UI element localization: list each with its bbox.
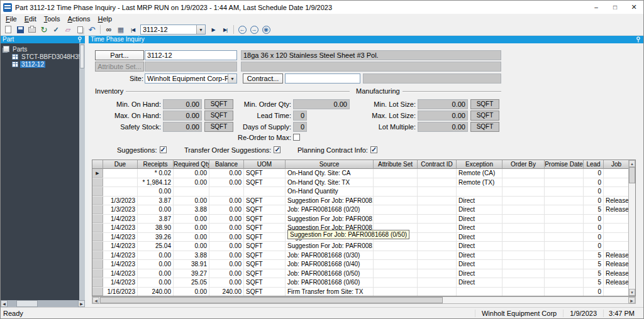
scroll-right-icon[interactable]: ▶ <box>78 300 85 307</box>
first-record-icon: |◀ <box>131 26 135 33</box>
new-button[interactable] <box>3 24 14 35</box>
scroll-right-icon[interactable]: ▶ <box>628 297 635 303</box>
save-button[interactable] <box>14 24 26 35</box>
row-selector[interactable] <box>92 224 103 232</box>
reorder-to-max-checkbox[interactable] <box>293 134 300 141</box>
scrollbar-track[interactable] <box>99 297 628 303</box>
table-row[interactable]: 1/4/20230.0039.270.00SQFTJob: PAFR008166… <box>92 269 628 279</box>
site-dropdown-icon[interactable]: ▼ <box>228 74 236 83</box>
tree-item-3112-12[interactable]: 3112-12 <box>1 60 79 68</box>
maximize-button[interactable]: □ <box>606 1 625 14</box>
planning-contract-info-checkbox[interactable] <box>370 146 377 153</box>
forward-button[interactable]: → <box>248 24 260 35</box>
table-row[interactable]: ▶* 0.020.000.00SQFTOn-Hand Qty. Site: CA… <box>92 169 628 178</box>
menu-actions[interactable]: Actions <box>64 14 94 24</box>
grid-cell: 5 <box>584 205 604 214</box>
suggestions-checkbox[interactable] <box>160 146 167 153</box>
row-selector[interactable] <box>92 260 103 269</box>
back-button[interactable]: ← <box>236 24 248 35</box>
contract-button[interactable]: Contract... <box>243 73 283 84</box>
grid-cell: 0 <box>584 178 604 187</box>
first-record-button[interactable]: |◀ <box>127 24 138 35</box>
transfer-order-suggestions-checkbox[interactable] <box>274 146 280 153</box>
menu-help[interactable]: Help <box>94 14 116 24</box>
browse-button[interactable]: ▦ <box>115 24 126 35</box>
row-selector[interactable] <box>92 178 103 187</box>
tree-item-stct-bbfd3048h35-a[interactable]: STCT-BBFD3048H35-A <box>1 53 79 60</box>
row-selector[interactable] <box>92 215 103 224</box>
table-row[interactable]: * 1,984.120.000.00SQFTOn-Hand Qty. Site:… <box>92 178 628 188</box>
print-button[interactable] <box>26 24 38 35</box>
scrollbar-thumb[interactable] <box>16 300 38 307</box>
grid-cell: 25.04 <box>138 242 174 251</box>
attribute-set-button[interactable]: Attribute Set... <box>95 62 144 72</box>
scroll-left-icon[interactable]: ◀ <box>92 297 99 303</box>
clear-button[interactable]: ▱ <box>62 24 74 35</box>
scroll-left-icon[interactable]: ◀ <box>1 300 8 307</box>
stop-button[interactable]: ◉ <box>260 24 272 35</box>
scrollbar-thumb[interactable] <box>629 167 635 183</box>
grid-cell: 3.87 <box>138 215 174 224</box>
part-combo-dropdown-icon[interactable]: ▼ <box>196 25 205 34</box>
part-navigator-combo[interactable]: ▼ <box>140 24 206 35</box>
scroll-down-icon[interactable]: ▼ <box>629 289 635 296</box>
grid-horizontal-scrollbar[interactable]: ◀ ▶ <box>92 296 636 304</box>
table-row[interactable]: 1/3/20230.003.880.00SQFTJob: PAFR0081668… <box>92 205 628 215</box>
row-selector[interactable] <box>92 197 103 205</box>
menu-tools[interactable]: Tools <box>40 14 64 24</box>
menu-file[interactable]: File <box>2 14 21 24</box>
part-navigator-input[interactable] <box>141 25 196 34</box>
table-row[interactable]: 1/4/20230.003.880.00SQFTJob: PAFR0081668… <box>92 251 628 261</box>
scroll-up-icon[interactable]: ▲ <box>629 160 635 167</box>
scrollbar-thumb[interactable] <box>80 45 84 68</box>
tree-root-parts[interactable]: Parts <box>1 45 79 53</box>
app-icon <box>3 3 12 12</box>
row-selector[interactable] <box>92 278 103 287</box>
table-row[interactable]: 1/3/20233.870.000.00SQFTSuggestion For J… <box>92 197 628 206</box>
grid-cell <box>502 169 545 178</box>
row-selector[interactable]: ▶ <box>92 169 103 178</box>
table-row[interactable]: 1/4/20230.0038.910.00SQFTJob: PAFR008166… <box>92 260 628 269</box>
table-row[interactable]: 1/4/202325.040.000.00SQFTSuggestion For … <box>92 242 628 251</box>
apply-button[interactable]: ✓ <box>50 24 62 35</box>
menu-edit[interactable]: Edit <box>21 14 40 24</box>
part-tree-vertical-scrollbar[interactable] <box>79 43 85 300</box>
grid-cell: 0.00 <box>209 278 244 287</box>
col-header-due: Due <box>103 160 138 169</box>
table-row[interactable]: 1/4/20230.0025.050.00SQFTJob: PAFR008166… <box>92 278 628 288</box>
row-selector[interactable] <box>92 205 103 214</box>
site-combo[interactable]: Winholt Equipment Corp-PA ▼ <box>145 73 237 84</box>
next-record-button[interactable]: ▶ <box>208 24 219 35</box>
part-button[interactable]: Part... <box>95 50 144 60</box>
planning-contract-info-label: Planning Contract Info: <box>297 146 368 154</box>
copy-button[interactable] <box>74 24 86 35</box>
row-selector[interactable] <box>92 242 103 251</box>
scrollbar-track[interactable] <box>629 167 635 289</box>
row-selector[interactable] <box>92 288 103 296</box>
part-tree-horizontal-scrollbar[interactable]: ◀ ▶ <box>1 300 85 307</box>
grid-cell <box>374 205 418 214</box>
col-header-job: Job <box>604 160 628 169</box>
row-selector[interactable] <box>92 251 103 260</box>
row-selector[interactable] <box>92 233 103 242</box>
row-selector[interactable] <box>92 269 103 278</box>
scrollbar-track[interactable] <box>8 300 78 307</box>
scrollbar-thumb[interactable] <box>100 297 443 303</box>
copy-icon <box>77 26 83 33</box>
pin-icon[interactable] <box>635 36 641 43</box>
undo-button[interactable]: ↶ <box>86 24 97 35</box>
contract-input[interactable] <box>285 73 360 84</box>
table-row[interactable]: 0.00On-Hand Quantity0 <box>92 187 628 197</box>
pin-icon[interactable] <box>77 36 83 43</box>
refresh-button[interactable]: ↻ <box>38 24 50 35</box>
grid-vertical-scrollbar[interactable]: ▲ ▼ <box>628 160 635 296</box>
close-button[interactable]: ✕ <box>625 1 643 14</box>
table-row[interactable]: 1/16/2023240.000.00240.00SQFTFirm Transf… <box>92 288 628 296</box>
row-selector[interactable] <box>92 187 103 196</box>
minimize-button[interactable]: – <box>587 1 606 14</box>
find-button[interactable]: ∞ <box>103 24 114 35</box>
table-row[interactable]: 1/4/20233.870.000.00SQFTSuggestion For J… <box>92 215 628 224</box>
grid-cell: Release <box>604 251 628 260</box>
last-record-button[interactable]: ▶| <box>219 24 231 35</box>
part-input[interactable] <box>145 50 237 60</box>
